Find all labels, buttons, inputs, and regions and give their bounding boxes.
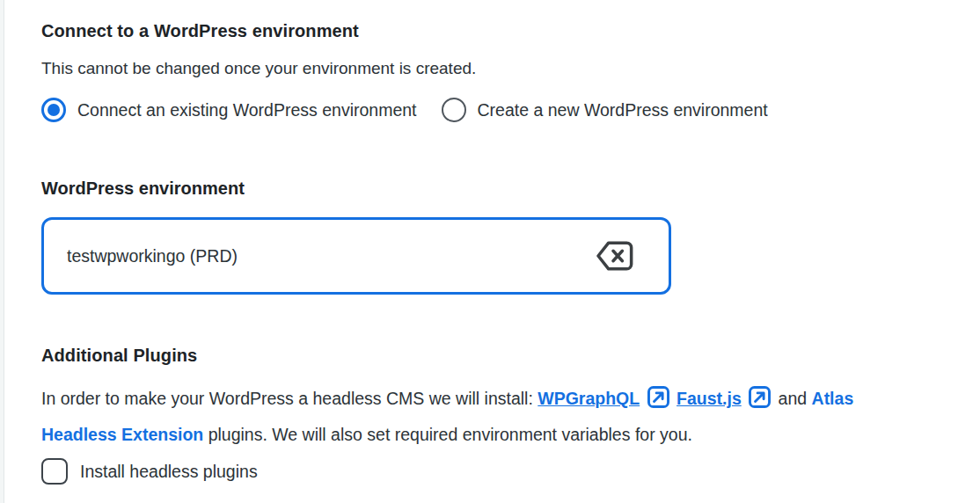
adjacent-panel-edge [0,0,4,503]
plugins-description: In order to make your WordPress a headle… [41,383,925,450]
connect-section-heading: Connect to a WordPress environment [41,21,945,41]
clear-selection-button[interactable] [596,241,633,271]
radio-create-new-label: Create a new WordPress environment [478,100,768,120]
install-plugins-option[interactable]: Install headless plugins [41,458,945,485]
environment-field-label: WordPress environment [41,179,945,199]
radio-selected-icon[interactable] [41,98,66,122]
environment-radio-group: Connect an existing WordPress environmen… [41,98,945,122]
connect-wordpress-form: Connect to a WordPress environment This … [0,0,980,485]
faustjs-link[interactable]: Faust.js [676,389,742,408]
external-link-icon[interactable] [647,393,670,412]
radio-connect-existing[interactable]: Connect an existing WordPress environmen… [41,98,417,122]
external-link-icon[interactable] [748,393,772,412]
connect-section-description: This cannot be changed once your environ… [41,58,945,79]
plugins-conjunction-text: and [779,389,808,408]
install-plugins-label: Install headless plugins [80,462,258,482]
radio-create-new[interactable]: Create a new WordPress environment [442,98,768,122]
plugins-intro-text: In order to make your WordPress a headle… [41,389,533,408]
plugins-outro-text: plugins. We will also set required envir… [208,425,692,444]
checkbox-unchecked-icon[interactable] [41,458,68,485]
radio-connect-existing-label: Connect an existing WordPress environmen… [77,100,417,120]
wpgraphql-link[interactable]: WPGraphQL [538,389,640,408]
plugins-section-heading: Additional Plugins [41,346,945,366]
backspace-clear-icon [596,241,633,271]
environment-combobox[interactable] [41,217,671,295]
radio-unselected-icon[interactable] [442,98,466,122]
environment-input[interactable] [67,246,596,266]
